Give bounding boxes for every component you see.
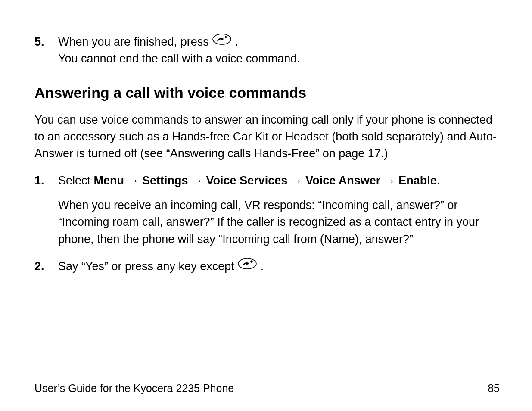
menu-path-item: Menu xyxy=(94,174,124,187)
text-fragment: Say “Yes” or press any key except xyxy=(58,260,237,273)
arrow-icon: → xyxy=(124,174,142,187)
svg-line-2 xyxy=(226,37,227,38)
arrow-icon: → xyxy=(188,174,206,187)
footer-rule xyxy=(34,377,500,377)
page-container: 5. When you are finished, press . You ca… xyxy=(0,0,532,411)
text-fragment: You cannot end the call with a voice com… xyxy=(58,52,300,65)
step-number: 1. xyxy=(34,172,58,189)
menu-path-item: Voice Services xyxy=(206,174,288,187)
step-body: Select Menu → Settings → Voice Services … xyxy=(58,172,500,248)
step-number: 2. xyxy=(34,258,58,275)
text-fragment: . xyxy=(437,174,440,187)
page-number: 85 xyxy=(488,382,500,395)
step-5: 5. When you are finished, press . You ca… xyxy=(34,34,500,67)
svg-line-5 xyxy=(251,261,252,262)
text-fragment: Select xyxy=(58,174,94,187)
menu-path-item: Settings xyxy=(142,174,188,187)
step-body: When you are finished, press . You canno… xyxy=(58,34,500,67)
end-call-key-icon xyxy=(237,258,257,274)
arrow-icon: → xyxy=(287,174,305,187)
step-2: 2. Say “Yes” or press any key except . xyxy=(34,258,500,275)
text-fragment: When you are finished, press xyxy=(58,35,212,48)
menu-path-item: Enable xyxy=(398,174,437,187)
section-heading: Answering a call with voice commands xyxy=(34,84,500,102)
step-1: 1. Select Menu → Settings → Voice Servic… xyxy=(34,172,500,248)
step-body: Say “Yes” or press any key except . xyxy=(58,258,500,275)
intro-paragraph: You can use voice commands to answer an … xyxy=(34,112,500,162)
step-number: 5. xyxy=(34,34,58,50)
menu-path-item: Voice Answer xyxy=(305,174,380,187)
footer-title: User’s Guide for the Kyocera 2235 Phone xyxy=(34,382,234,395)
step-followup: When you receive an incoming call, VR re… xyxy=(58,197,500,247)
text-fragment: . xyxy=(261,260,264,273)
arrow-icon: → xyxy=(380,174,398,187)
end-call-key-icon xyxy=(212,33,232,50)
text-fragment: . xyxy=(235,35,239,48)
page-footer: User’s Guide for the Kyocera 2235 Phone … xyxy=(34,377,500,395)
